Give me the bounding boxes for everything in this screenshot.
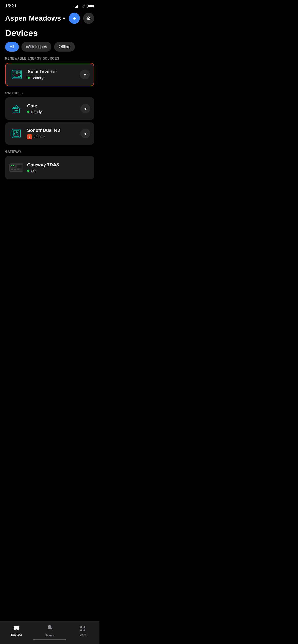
- header-actions: + ⚙: [69, 13, 94, 24]
- svg-rect-25: [14, 169, 16, 170]
- svg-point-23: [13, 165, 14, 166]
- device-card-sonoff[interactable]: Sonoff Dual R3 1 Online ▾: [5, 122, 94, 145]
- chevron-down-icon: ▾: [63, 16, 65, 21]
- section-renewable: RENEWABLE ENERGY SOURCES Solar I: [0, 57, 99, 86]
- gate-name: Gate: [27, 103, 77, 109]
- solar-inverter-icon: [10, 67, 24, 82]
- gateway-status-dot: [27, 170, 29, 172]
- device-card-gate[interactable]: Gate Ready ▾: [5, 97, 94, 120]
- chevron-down-icon: ▾: [84, 106, 86, 111]
- settings-button[interactable]: ⚙: [83, 13, 94, 24]
- status-bar: 15:21: [0, 0, 99, 10]
- page-title: Devices: [0, 26, 99, 42]
- header: Aspen Meadows ▾ + ⚙: [0, 10, 99, 26]
- gateway-7da8-status: Ok: [27, 169, 90, 173]
- section-switches: SWITCHES Gate Rea: [0, 91, 99, 145]
- svg-rect-24: [11, 169, 13, 170]
- gate-status-dot: [27, 111, 29, 113]
- sonoff-badge: 1: [27, 134, 32, 139]
- device-card-gateway[interactable]: Gateway 7DA8 Ok: [5, 156, 94, 179]
- svg-rect-1: [13, 71, 16, 74]
- location-name: Aspen Meadows: [5, 14, 61, 22]
- plus-icon: +: [72, 15, 76, 22]
- chevron-down-icon: ▾: [84, 131, 86, 136]
- solar-inverter-name: Solar Inverter: [28, 69, 76, 75]
- location-selector[interactable]: Aspen Meadows ▾: [5, 14, 65, 22]
- section-label-gateway: GATEWAY: [5, 150, 94, 153]
- gate-icon: [9, 101, 23, 116]
- gate-expand-button[interactable]: ▾: [80, 104, 90, 113]
- chevron-down-icon: ▾: [84, 72, 86, 77]
- solar-inverter-status-dot: [28, 77, 30, 79]
- solar-inverter-expand-button[interactable]: ▾: [80, 70, 90, 79]
- svg-point-22: [11, 165, 12, 166]
- gateway-7da8-info: Gateway 7DA8 Ok: [27, 162, 90, 173]
- sonoff-status-text: Online: [34, 135, 45, 139]
- solar-inverter-status-text: Battery: [31, 76, 44, 80]
- gate-status: Ready: [27, 110, 77, 114]
- filter-tab-with-issues[interactable]: With Issues: [21, 42, 52, 52]
- sonoff-status: 1 Online: [27, 134, 77, 139]
- device-card-solar-inverter[interactable]: Solar Inverter Battery ▾: [5, 63, 94, 86]
- sonoff-info: Sonoff Dual R3 1 Online: [27, 128, 77, 139]
- sonoff-expand-button[interactable]: ▾: [80, 129, 90, 138]
- sonoff-icon: [9, 126, 23, 141]
- svg-rect-28: [10, 164, 23, 164]
- svg-rect-27: [16, 165, 22, 168]
- section-label-renewable: RENEWABLE ENERGY SOURCES: [5, 57, 94, 60]
- solar-inverter-status: Battery: [28, 76, 76, 80]
- svg-rect-13: [15, 110, 18, 113]
- filter-tab-offline[interactable]: Offline: [54, 42, 75, 52]
- section-label-switches: SWITCHES: [5, 91, 94, 95]
- filter-tab-all[interactable]: All: [5, 42, 19, 52]
- section-gateway: GATEWAY Gateway 7DA8 Ok: [0, 150, 99, 179]
- wifi-icon: [81, 4, 86, 8]
- add-button[interactable]: +: [69, 13, 80, 24]
- svg-rect-10: [13, 109, 20, 113]
- sonoff-name: Sonoff Dual R3: [27, 128, 77, 133]
- gateway-7da8-name: Gateway 7DA8: [27, 162, 90, 168]
- gateway-status-text: Ok: [31, 169, 36, 173]
- solar-inverter-info: Solar Inverter Battery: [28, 69, 76, 80]
- signal-bars-icon: [75, 4, 79, 8]
- gate-info: Gate Ready: [27, 103, 77, 114]
- gateway-icon: [9, 160, 23, 175]
- svg-rect-26: [17, 169, 19, 170]
- gear-icon: ⚙: [86, 15, 91, 21]
- filter-tabs: All With Issues Offline: [0, 42, 99, 57]
- svg-point-6: [19, 76, 20, 77]
- gate-status-text: Ready: [31, 110, 42, 114]
- battery-icon: [87, 5, 94, 8]
- status-time: 15:21: [5, 4, 16, 9]
- status-icons: [75, 4, 94, 8]
